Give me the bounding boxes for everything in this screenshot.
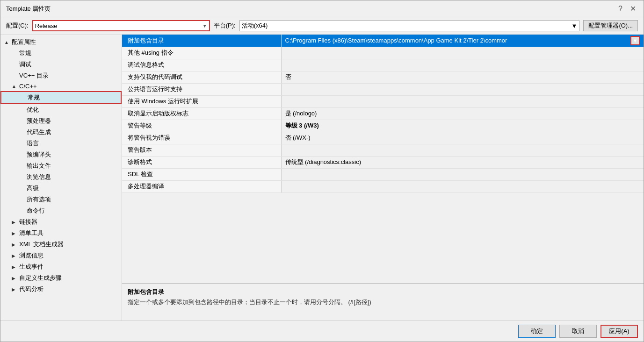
tree-label-browse-info: 浏览信息 [19,251,43,260]
table-row[interactable]: 警告等级等级 3 (/W3) [122,120,644,132]
tree-item-codegen[interactable]: 代码生成 [0,127,122,138]
platform-label: 平台(P): [214,21,236,30]
tree-label-lang: 语言 [27,139,39,148]
table-row[interactable]: 调试信息格式 [122,59,644,71]
property-panel: 附加包含目录C:\Program Files (x86)\Steam\steam… [122,35,644,321]
apply-button[interactable]: 应用(A) [601,325,638,338]
tree-item-output[interactable]: 输出文件 [0,160,122,171]
prop-value-debug-format [281,59,644,71]
table-row[interactable]: 附加包含目录C:\Program Files (x86)\Steam\steam… [122,35,644,47]
prop-name-diag-format: 诊断格式 [122,156,281,168]
tree-label-libtool: 清单工具 [19,229,43,237]
tree-label-custom-build: 自定义生成步骤 [19,274,62,282]
cancel-button[interactable]: 取消 [559,325,597,338]
tree-item-cpp[interactable]: ▲C/C++ [0,81,122,91]
tree-item-build-events[interactable]: ▶生成事件 [0,261,122,272]
prop-name-clr-support: 公共语言运行时支持 [122,83,281,95]
table-row[interactable]: SDL 检查 [122,168,644,180]
prop-name-suppress-startup: 取消显示启动版权标志 [122,107,281,120]
prop-name-treat-warn-err: 将警告视为错误 [122,132,281,144]
table-row[interactable]: 多处理器编译 [122,180,644,192]
platform-dropdown[interactable]: 活动(x64) ▼ [239,20,580,31]
tree-item-libtool[interactable]: ▶清单工具 [0,228,122,239]
tree-label-vc-dir: VC++ 目录 [19,71,49,80]
expand-icon-linker: ▶ [12,220,17,225]
ok-button[interactable]: 确定 [518,325,556,338]
tree-label-browse: 浏览信息 [27,173,51,181]
table-row[interactable]: 诊断格式传统型 (/diagnostics:classic) [122,156,644,168]
expand-icon-config-props: ▲ [4,40,10,45]
prop-name-win-runtime: 使用 Windows 运行时扩展 [122,95,281,107]
tree-item-cpp-general[interactable]: 常规 [0,91,122,104]
expand-value-button[interactable]: ▼ [630,36,640,45]
title-bar-controls: ? ✕ [616,4,638,13]
prop-value-warn-version [281,144,644,156]
table-row[interactable]: 将警告视为错误否 (/WX-) [122,132,644,144]
platform-arrow: ▼ [572,22,578,29]
table-row[interactable]: 支持仅我的代码调试否 [122,71,644,83]
tree-item-custom-build[interactable]: ▶自定义生成步骤 [0,272,122,284]
main-content: ▲配置属性常规调试VC++ 目录▲C/C++常规优化预处理器代码生成语言预编译头… [0,35,644,321]
config-manager-button[interactable]: 配置管理器(O)... [583,20,638,31]
tree-item-general[interactable]: 常规 [0,48,122,59]
table-row[interactable]: 使用 Windows 运行时扩展 [122,95,644,107]
expand-icon-code-analysis: ▶ [12,287,17,292]
help-button[interactable]: ? [616,5,624,13]
tree-label-general: 常规 [19,49,31,57]
close-button[interactable]: ✕ [628,4,638,13]
tree-label-preprocessor: 预处理器 [27,117,51,125]
config-arrow: ▼ [201,23,207,28]
tree-item-optimize[interactable]: 优化 [0,104,122,115]
tree-item-config-props[interactable]: ▲配置属性 [0,36,122,48]
expand-icon-xml-gen: ▶ [12,242,17,247]
tree-item-browse-info[interactable]: ▶浏览信息 [0,250,122,261]
property-table: 附加包含目录C:\Program Files (x86)\Steam\steam… [122,35,644,283]
tree-item-browse[interactable]: 浏览信息 [0,171,122,183]
prop-value-my-code-debug: 否 [281,71,644,83]
description-title: 附加包含目录 [128,288,638,296]
table-row[interactable]: 取消显示启动版权标志是 (/nologo) [122,107,644,120]
expand-icon-custom-build: ▶ [12,276,17,281]
tree-item-all-options[interactable]: 所有选项 [0,194,122,205]
expand-icon-libtool: ▶ [12,231,17,236]
table-row[interactable]: 公共语言运行时支持 [122,83,644,95]
tree-item-preprocessor[interactable]: 预处理器 [0,115,122,127]
prop-value-using-dir [281,47,644,59]
description-box: 附加包含目录 指定一个或多个要添加到包含路径中的目录；当目录不止一个时，请用分号… [122,283,644,321]
prop-value-multi-proc [281,180,644,192]
table-row[interactable]: 其他 #using 指令 [122,47,644,59]
prop-name-debug-format: 调试信息格式 [122,59,281,71]
tree-label-xml-gen: XML 文档生成器 [19,240,64,249]
config-label: 配置(C): [6,21,29,30]
expand-icon-build-events: ▶ [12,264,17,270]
tree-label-cpp: C/C++ [19,83,37,90]
config-row: 配置(C): Release ▼ 平台(P): 活动(x64) ▼ 配置管理器(… [0,17,644,35]
expand-icon-cpp: ▲ [12,84,17,89]
tree-label-cmdline: 命令行 [27,207,45,215]
config-dropdown[interactable]: Release ▼ [32,20,210,31]
tree-label-all-options: 所有选项 [27,195,51,204]
tree-label-build-events: 生成事件 [19,263,43,271]
main-dialog: Template 属性页 ? ✕ 配置(C): Release ▼ 平台(P):… [0,0,644,342]
prop-name-using-dir: 其他 #using 指令 [122,47,281,59]
tree-item-linker[interactable]: ▶链接器 [0,216,122,228]
tree-item-code-analysis[interactable]: ▶代码分析 [0,284,122,295]
tree-item-pch[interactable]: 预编译头 [0,149,122,160]
tree-label-linker: 链接器 [19,218,37,226]
prop-value-warning-level: 等级 3 (/W3) [281,120,644,132]
tree-item-lang[interactable]: 语言 [0,138,122,149]
tree-item-xml-gen[interactable]: ▶XML 文档生成器 [0,239,122,250]
tree-item-vc-dir[interactable]: VC++ 目录 [0,70,122,81]
config-value: Release [35,22,201,29]
prop-value-sdl-check [281,168,644,180]
prop-name-include-dirs: 附加包含目录 [122,35,281,47]
prop-name-sdl-check: SDL 检查 [122,168,281,180]
expand-icon-browse-info: ▶ [12,253,17,258]
tree-item-advanced[interactable]: 高级 [0,183,122,194]
prop-value-diag-format: 传统型 (/diagnostics:classic) [281,156,644,168]
tree-item-cmdline[interactable]: 命令行 [0,205,122,216]
dialog-title: Template 属性页 [6,5,51,13]
prop-name-multi-proc: 多处理器编译 [122,180,281,192]
table-row[interactable]: 警告版本 [122,144,644,156]
tree-item-debug[interactable]: 调试 [0,59,122,70]
